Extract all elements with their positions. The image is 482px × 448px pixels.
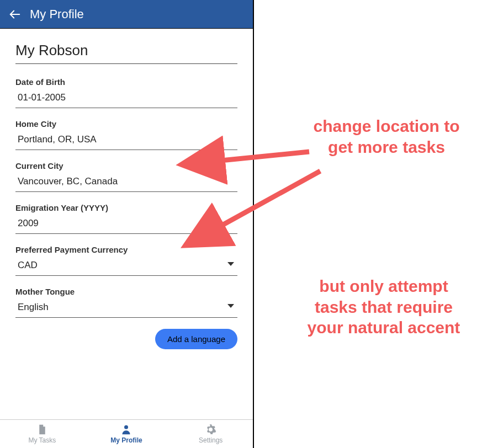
tongue-value-text: English [18,302,49,312]
divider [15,63,237,64]
svg-point-1 [124,425,128,429]
current-city-value[interactable]: Vancouver, BC, Canada [15,175,237,192]
nav-my-tasks[interactable]: My Tasks [1,424,84,444]
chevron-down-icon [227,304,234,308]
currency-value[interactable]: CAD [15,259,237,276]
bottom-nav: My Tasks My Profile Settings [0,419,253,448]
page-title: My Profile [30,7,84,22]
emigration-value[interactable]: 2009 [15,217,237,234]
nav-my-profile-label: My Profile [110,436,142,444]
gear-icon [204,424,217,435]
tongue-label: Mother Tongue [15,287,237,296]
current-city-label: Current City [15,161,237,170]
add-language-row: Add a language [15,329,237,349]
username-heading: My Robson [15,42,237,59]
mother-tongue-field[interactable]: Mother Tongue English [15,287,237,318]
nav-settings-label: Settings [199,436,223,444]
nav-my-profile[interactable]: My Profile [84,424,168,444]
nav-settings[interactable]: Settings [169,424,252,444]
current-city-field[interactable]: Current City Vancouver, BC, Canada [15,161,237,192]
annotation-text-1: change location to get more tasks [306,116,467,157]
phone-frame: My Profile My Robson Date of Birth 01-01… [0,0,254,448]
dob-field[interactable]: Date of Birth 01-01-2005 [15,77,237,108]
emigration-label: Emigration Year (YYYY) [15,203,237,212]
chevron-down-icon [227,262,234,266]
document-icon [36,424,49,435]
currency-value-text: CAD [18,260,38,270]
home-city-label: Home City [15,119,237,129]
currency-label: Preferred Payment Currency [15,245,237,254]
currency-field[interactable]: Preferred Payment Currency CAD [15,245,237,276]
nav-my-tasks-label: My Tasks [28,436,56,444]
home-city-field[interactable]: Home City Portland, OR, USA [15,119,237,150]
back-arrow-icon[interactable] [9,8,21,20]
profile-form: My Robson Date of Birth 01-01-2005 Home … [0,29,253,419]
annotation-text-2: but only attempt tasks that require your… [301,276,467,338]
person-icon [120,424,133,435]
app-header: My Profile [0,0,253,29]
dob-value[interactable]: 01-01-2005 [15,91,237,108]
home-city-value[interactable]: Portland, OR, USA [15,133,237,150]
dob-label: Date of Birth [15,77,237,87]
emigration-year-field[interactable]: Emigration Year (YYYY) 2009 [15,203,237,234]
tongue-value[interactable]: English [15,301,237,318]
add-language-button[interactable]: Add a language [155,329,237,349]
